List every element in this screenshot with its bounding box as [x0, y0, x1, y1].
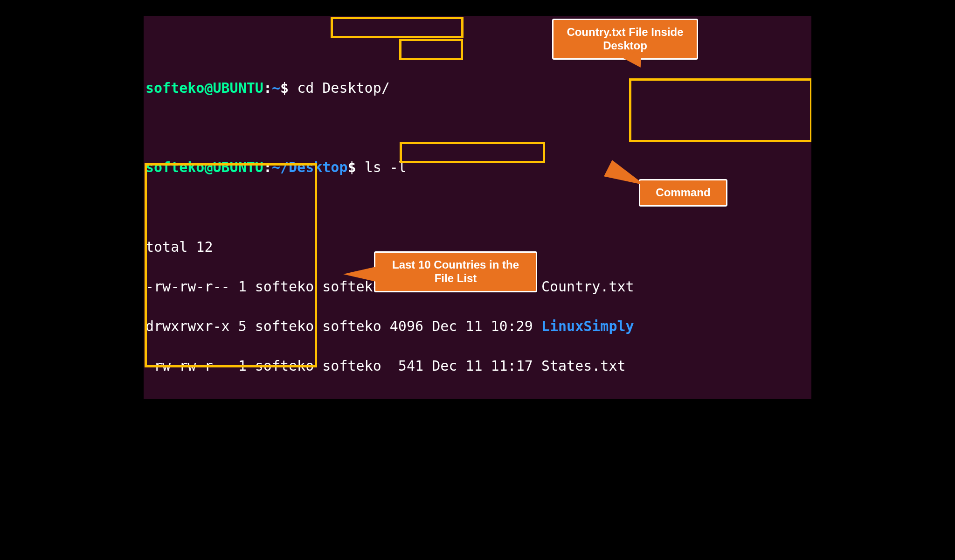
terminal-window[interactable]: softeko@UBUNTU:~$ cd Desktop/ softeko@UB… — [142, 14, 813, 401]
highlight-ls-command — [399, 39, 463, 60]
dir-linuxsimply: LinuxSimply — [541, 318, 634, 334]
command-cd: cd Desktop/ — [297, 80, 390, 96]
file-states: States.txt — [541, 358, 626, 374]
prompt-user: softeko — [145, 80, 204, 96]
terminal-line: softeko@UBUNTU:~/Desktop$ ls -l — [145, 158, 810, 178]
command-ls: ls -l — [365, 159, 407, 175]
callout-country-file: Country.txt File Inside Desktop — [552, 19, 698, 60]
highlight-cd-command — [331, 17, 464, 38]
terminal-line: softeko@UBUNTU:~$ cd Desktop/ — [145, 78, 810, 98]
callout-last10: Last 10 Countries in the File List — [374, 251, 537, 292]
ls-row: -rw-rw-r-- 1 softeko softeko 541 Dec 11 … — [145, 356, 810, 376]
prompt-symbol: $ — [280, 80, 289, 96]
ls-row: drwxrwxr-x 5 softeko softeko 4096 Dec 11… — [145, 317, 810, 337]
file-country: Country.txt — [541, 278, 634, 295]
highlight-tail-output — [145, 163, 317, 367]
callout-command: Command — [639, 179, 727, 207]
prompt-path: ~ — [272, 80, 280, 96]
prompt-host: UBUNTU — [213, 80, 263, 96]
callout-arrow-icon — [343, 267, 376, 282]
